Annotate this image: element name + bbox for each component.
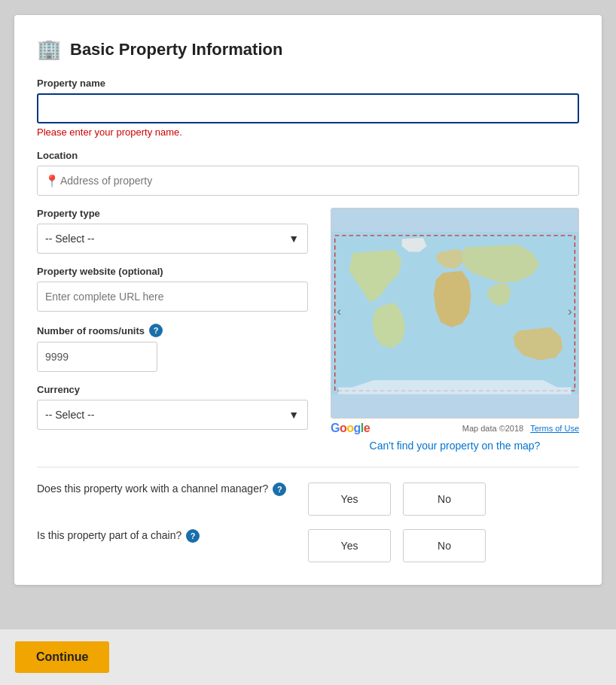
chain-row: Is this property part of a chain? ? Yes … — [37, 529, 579, 562]
location-input[interactable] — [37, 166, 579, 196]
channel-manager-text: Does this property work with a channel m… — [37, 483, 268, 495]
svg-text:‹: ‹ — [337, 304, 341, 318]
property-name-group: Property name Please enter your property… — [37, 78, 579, 138]
svg-text:›: › — [568, 304, 572, 318]
channel-manager-yes-button[interactable]: Yes — [308, 483, 391, 516]
property-type-label: Property type — [37, 208, 308, 219]
property-type-select-wrapper: -- Select -- Hotel Apartment Villa Hoste… — [37, 224, 308, 254]
location-label: Location — [37, 150, 579, 161]
map-container: ‹ › — [331, 208, 579, 419]
property-name-label: Property name — [37, 78, 579, 89]
property-website-group: Property website (optional) — [37, 266, 308, 312]
rooms-input[interactable] — [37, 342, 157, 372]
continue-button[interactable]: Continue — [15, 641, 109, 673]
rooms-label-row: Number of rooms/units ? — [37, 324, 308, 337]
chain-yes-button[interactable]: Yes — [308, 529, 391, 562]
channel-manager-help-icon[interactable]: ? — [273, 483, 286, 496]
map-svg: ‹ › — [331, 209, 578, 418]
divider — [37, 467, 579, 467]
channel-manager-row: Does this property work with a channel m… — [37, 483, 579, 516]
building-icon: 🏢 — [37, 38, 61, 61]
rooms-help-icon[interactable]: ? — [149, 324, 163, 337]
property-type-select[interactable]: -- Select -- Hotel Apartment Villa Hoste… — [37, 224, 308, 254]
footer-bar: Continue — [0, 629, 616, 685]
channel-manager-answers: Yes No — [308, 483, 579, 516]
chain-answers: Yes No — [308, 529, 579, 562]
channel-manager-no-button[interactable]: No — [403, 483, 486, 516]
location-wrapper: 📍 — [37, 166, 579, 196]
currency-label: Currency — [37, 384, 308, 395]
property-website-label: Property website (optional) — [37, 266, 308, 277]
main-card: 🏢 Basic Property Information Property na… — [14, 15, 602, 585]
chain-help-icon[interactable]: ? — [186, 529, 200, 543]
currency-select-wrapper: -- Select -- USD EUR GBP JPY ▼ — [37, 400, 308, 430]
right-column: ‹ › Google Map data ©2018 Terms of Use C… — [331, 208, 579, 452]
property-website-input[interactable] — [37, 282, 308, 312]
property-name-input[interactable] — [37, 93, 579, 123]
property-name-error: Please enter your property name. — [37, 126, 579, 138]
chain-question: Is this property part of a chain? ? — [37, 529, 293, 543]
rooms-label: Number of rooms/units — [37, 325, 145, 336]
terms-of-use-link[interactable]: Terms of Use — [530, 424, 579, 433]
currency-group: Currency -- Select -- USD EUR GBP JPY ▼ — [37, 384, 308, 430]
channel-manager-question: Does this property work with a channel m… — [37, 483, 293, 496]
chain-text: Is this property part of a chain? — [37, 529, 181, 541]
google-logo: Google — [331, 422, 370, 435]
map-data-text: Map data ©2018 Terms of Use — [462, 424, 579, 433]
card-header: 🏢 Basic Property Information — [37, 38, 579, 61]
property-type-group: Property type -- Select -- Hotel Apartme… — [37, 208, 308, 254]
page-title: Basic Property Information — [70, 40, 282, 59]
chain-no-button[interactable]: No — [403, 529, 486, 562]
cant-find-link[interactable]: Can't find your property on the map? — [331, 440, 579, 452]
currency-select[interactable]: -- Select -- USD EUR GBP JPY — [37, 400, 308, 430]
two-col-layout: Property type -- Select -- Hotel Apartme… — [37, 208, 579, 452]
pin-icon: 📍 — [44, 174, 59, 188]
location-group: Location 📍 — [37, 150, 579, 196]
map-footer: Google Map data ©2018 Terms of Use — [331, 422, 579, 435]
left-column: Property type -- Select -- Hotel Apartme… — [37, 208, 308, 442]
rooms-group: Number of rooms/units ? — [37, 324, 308, 372]
